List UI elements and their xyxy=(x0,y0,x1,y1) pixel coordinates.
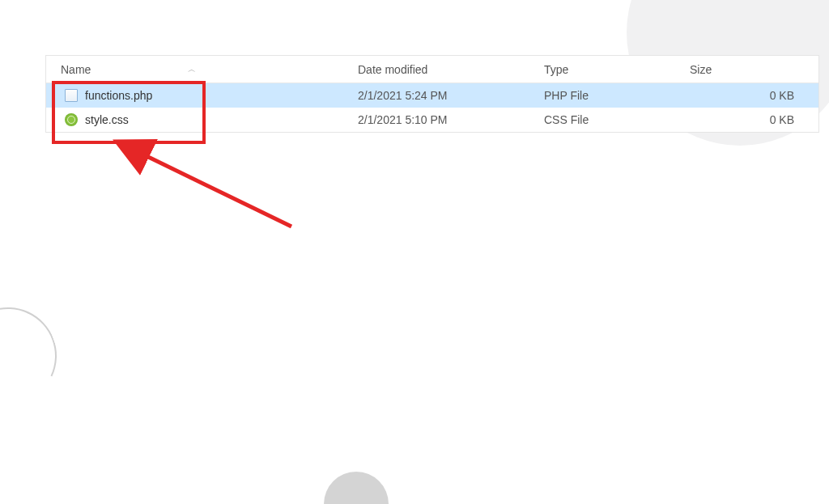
column-header-size-label: Size xyxy=(690,63,712,76)
column-header-name[interactable]: Name ︿ xyxy=(46,63,358,76)
file-name-label: functions.php xyxy=(85,89,152,102)
file-row[interactable]: functions.php2/1/2021 5:24 PMPHP File0 K… xyxy=(46,83,818,108)
file-date-cell: 2/1/2021 5:24 PM xyxy=(358,89,544,102)
css-file-icon xyxy=(64,112,79,127)
column-header-date[interactable]: Date modified xyxy=(358,63,544,76)
decorative-circle-bottom xyxy=(324,472,389,504)
column-header-type[interactable]: Type xyxy=(544,63,690,76)
file-name-cell: style.css xyxy=(46,112,358,127)
column-header-name-label: Name xyxy=(61,63,91,76)
decorative-arc xyxy=(0,294,70,418)
annotation-arrow-icon xyxy=(105,138,316,243)
file-explorer-panel: Name ︿ Date modified Type Size functions… xyxy=(45,55,819,133)
svg-line-1 xyxy=(142,154,291,227)
sort-ascending-icon: ︿ xyxy=(188,64,196,75)
file-date-cell: 2/1/2021 5:10 PM xyxy=(358,113,544,126)
column-header-type-label: Type xyxy=(544,63,568,76)
file-name-cell: functions.php xyxy=(46,88,358,103)
file-type-cell: PHP File xyxy=(544,89,690,102)
column-header-date-label: Date modified xyxy=(358,63,427,76)
file-row[interactable]: style.css2/1/2021 5:10 PMCSS File0 KB xyxy=(46,108,818,132)
file-name-label: style.css xyxy=(85,113,129,126)
file-type-cell: CSS File xyxy=(544,113,690,126)
column-header-row: Name ︿ Date modified Type Size xyxy=(46,56,818,83)
file-size-cell: 0 KB xyxy=(690,113,818,126)
php-file-icon xyxy=(64,88,79,103)
column-header-size[interactable]: Size xyxy=(690,63,818,76)
file-list: functions.php2/1/2021 5:24 PMPHP File0 K… xyxy=(46,83,818,132)
file-size-cell: 0 KB xyxy=(690,89,818,102)
